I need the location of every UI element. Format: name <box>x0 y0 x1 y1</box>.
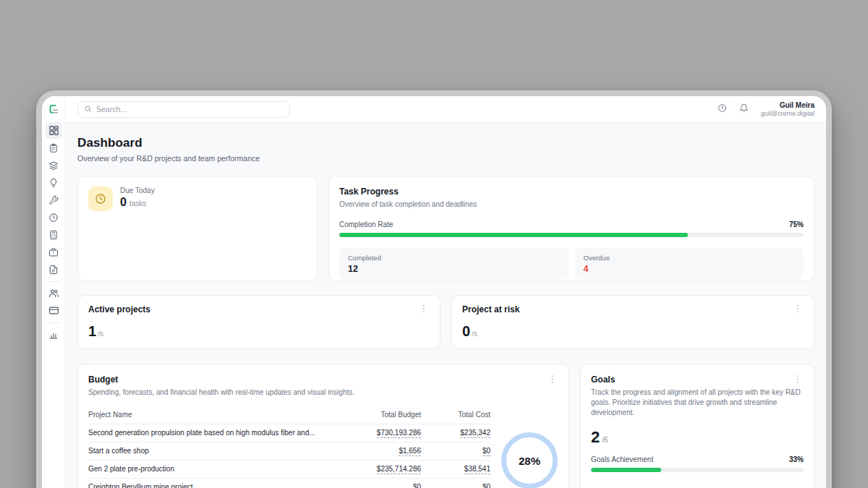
goals-total: /6 <box>602 436 608 444</box>
kebab-menu-icon[interactable]: ⋮ <box>547 374 558 383</box>
sidebar-item-team[interactable] <box>45 285 62 301</box>
active-projects-title: Active projects <box>88 304 150 314</box>
completion-rate-label: Completion Rate <box>339 221 393 228</box>
total-budget-value[interactable]: $1,656 <box>399 447 421 456</box>
briefcase-icon <box>48 247 59 257</box>
bell-icon <box>739 103 749 115</box>
goals-achievement-label: Goals Achievement <box>591 455 653 463</box>
budget-table: Project Name Total Budget Total Cost Sec… <box>88 406 490 488</box>
search-icon <box>84 103 92 116</box>
user-name: Guil Meira <box>761 100 814 110</box>
row-budget-goals: Budget ⋮ Spending, forecasts, and financ… <box>77 364 814 488</box>
history-clock-button[interactable] <box>718 103 727 115</box>
goals-achievement-value: 33% <box>789 455 804 463</box>
user-menu[interactable]: Guil Meira guil@creme.digital <box>761 100 814 118</box>
col-project-name: Project Name <box>88 406 340 424</box>
sidebar-item-portfolio[interactable] <box>45 244 62 260</box>
budget-gauge: 28% <box>501 432 558 488</box>
active-projects-card: Active projects ⋮ 1 /5 <box>77 295 441 349</box>
sidebar-item-analytics[interactable] <box>45 326 62 343</box>
clipboard-icon <box>48 143 59 153</box>
sidebar-item-ideas[interactable] <box>45 174 62 191</box>
topbar: Guil Meira guil@creme.digital <box>66 96 826 123</box>
total-cost-value[interactable]: $0 <box>482 447 490 456</box>
calculator-icon <box>48 230 59 240</box>
overdue-label: Overdue <box>584 254 796 262</box>
kebab-menu-icon[interactable]: ⋮ <box>792 304 804 313</box>
grid-icon <box>48 125 59 136</box>
row-overview: Due Today 0 tasks Task Progress Overview… <box>77 176 814 281</box>
sidebar-item-projects[interactable] <box>45 157 62 174</box>
sidebar: V1.0 <box>42 96 66 488</box>
kebab-menu-icon[interactable]: ⋮ <box>792 374 804 383</box>
search-input[interactable] <box>96 105 284 114</box>
table-row[interactable]: Second generation propulsion plate based… <box>88 424 490 442</box>
due-today-value: 0 <box>120 196 127 209</box>
task-progress-card: Task Progress Overview of task completio… <box>328 176 814 281</box>
overdue-value: 4 <box>584 264 796 274</box>
due-today-card: Due Today 0 tasks <box>77 176 318 281</box>
credit-card-icon <box>48 305 59 316</box>
completed-stat: Completed 12 <box>339 248 569 280</box>
project-at-risk-value: 0 <box>462 323 470 340</box>
table-row[interactable]: Gen 2 plate pre-production $235,714.286 … <box>88 461 490 479</box>
creme-logo-icon[interactable] <box>46 102 61 116</box>
total-budget-value[interactable]: $730,193.286 <box>377 429 421 438</box>
project-name: Gen 2 plate pre-production <box>88 461 340 479</box>
project-at-risk-card: Project at risk ⋮ 0 /5 <box>451 295 814 349</box>
active-projects-value: 1 <box>88 323 96 340</box>
table-row[interactable]: Creighton Beryllium mine project $0 $0 <box>88 479 490 488</box>
project-at-risk-total: /5 <box>472 330 477 338</box>
total-cost-value[interactable]: $0 <box>482 483 490 488</box>
project-name: Second generation propulsion plate based… <box>88 424 340 442</box>
sidebar-item-tools[interactable] <box>45 192 62 208</box>
sidebar-item-documents[interactable] <box>45 261 62 278</box>
budget-subtitle: Spending, forecasts, and financial healt… <box>88 388 558 398</box>
active-projects-total: /5 <box>98 330 103 338</box>
task-progress-subtitle: Overview of task completion and deadline… <box>339 200 804 210</box>
project-name: Creighton Beryllium mine project <box>88 479 340 488</box>
sidebar-item-billing[interactable] <box>45 302 62 319</box>
budget-table-header: Project Name Total Budget Total Cost <box>88 406 490 424</box>
clock-icon <box>48 213 59 223</box>
total-budget-value[interactable]: $0 <box>413 483 421 488</box>
sidebar-item-tasks[interactable] <box>45 140 62 156</box>
goals-card: Goals ⋮ Track the progress and alignment… <box>580 364 814 488</box>
project-name: Start a coffee shop <box>88 442 340 461</box>
budget-title: Budget <box>88 374 118 385</box>
budget-card: Budget ⋮ Spending, forecasts, and financ… <box>77 364 569 488</box>
sidebar-divider <box>47 281 61 282</box>
bar-chart-icon <box>48 330 59 340</box>
clock-icon <box>718 103 727 115</box>
sidebar-item-time[interactable] <box>45 209 62 226</box>
budget-gauge-wrap: 28% <box>501 406 558 488</box>
sidebar-item-dashboard[interactable] <box>45 122 62 139</box>
dashboard-content: Dashboard Overview of your R&D projects … <box>66 123 826 488</box>
total-budget-value[interactable]: $235,714.286 <box>377 465 421 474</box>
goals-value: 2 <box>591 428 600 447</box>
kebab-menu-icon[interactable]: ⋮ <box>418 304 430 313</box>
col-total-budget: Total Budget <box>340 406 421 424</box>
lightbulb-icon <box>48 178 59 188</box>
main-area: Guil Meira guil@creme.digital Dashboard … <box>66 96 826 488</box>
search-box[interactable] <box>77 101 290 118</box>
notifications-button[interactable] <box>739 103 749 115</box>
page-title: Dashboard <box>77 136 814 150</box>
completed-label: Completed <box>348 254 560 262</box>
goals-progress-bar <box>591 468 804 472</box>
row-metrics: Active projects ⋮ 1 /5 Project at risk ⋮ <box>77 295 814 349</box>
goals-progress-fill <box>591 468 661 472</box>
col-total-cost: Total Cost <box>421 406 490 424</box>
sidebar-item-budget[interactable] <box>45 226 62 243</box>
budget-gauge-value: 28% <box>519 455 540 467</box>
total-cost-value[interactable]: $235,342 <box>460 429 490 438</box>
project-at-risk-title: Project at risk <box>462 304 519 314</box>
table-row[interactable]: Start a coffee shop $1,656 $0 <box>88 442 490 461</box>
due-today-clock-icon <box>88 187 113 211</box>
overdue-stat: Overdue 4 <box>575 248 804 280</box>
completion-progress-fill <box>339 233 688 237</box>
completion-progress-bar <box>339 233 804 237</box>
sidebar-divider <box>47 322 61 323</box>
app-window: V1.0 Guil Meira <box>42 96 826 488</box>
total-cost-value[interactable]: $38,541 <box>464 465 490 474</box>
